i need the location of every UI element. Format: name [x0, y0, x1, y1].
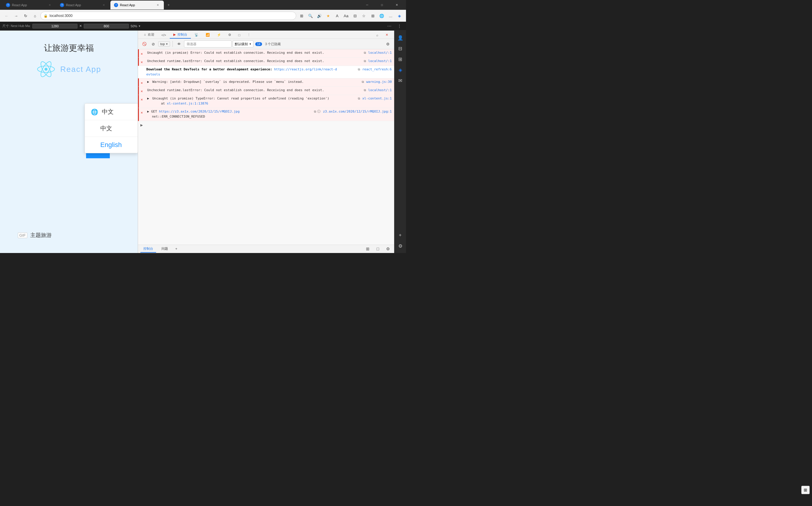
info-icon-7[interactable]: ⓘ [317, 109, 320, 114]
dt-tab-search[interactable]: ⌕ [373, 32, 382, 38]
lang-item-english[interactable]: English [85, 137, 138, 153]
maximize-button[interactable]: □ [375, 0, 389, 10]
sidebar-add-btn[interactable]: + [396, 231, 405, 240]
sidebar-profile-btn[interactable]: 👤 [396, 33, 405, 43]
dt-tab-console[interactable]: ▶ 控制台 [170, 31, 191, 38]
tab-3-close[interactable]: ✕ [156, 3, 160, 7]
dt-tab-application[interactable]: □ [235, 32, 244, 38]
close-button[interactable]: ✕ [390, 0, 404, 10]
percent-chevron[interactable]: ▼ [138, 25, 141, 28]
source-link-2[interactable]: localhost/:1 [368, 59, 392, 64]
copy-btn-5[interactable]: ⧉ [364, 88, 366, 92]
dt-tab-sources[interactable]: 📡 [191, 32, 202, 38]
address-bar[interactable]: 🔒 localhost:3000 [40, 12, 296, 20]
source-link-4[interactable]: warning.js:30 [366, 80, 392, 85]
split-button[interactable]: ⊟ [351, 12, 359, 20]
tab-1-close[interactable]: ✕ [47, 3, 52, 7]
sidebar-discover-btn[interactable]: ⊞ [396, 54, 405, 64]
add-favorites-button[interactable]: ☆ [360, 12, 368, 20]
add-tab-button[interactable]: + [173, 246, 179, 252]
expand-more-btn[interactable]: ▶ [140, 123, 143, 127]
font-size-button[interactable]: Aa [342, 12, 350, 20]
get-link-7[interactable]: https://z3.ax1x.com/2020/12/15/rMQOIJ.jp… [159, 109, 240, 113]
minimize-button[interactable]: ─ [360, 0, 374, 10]
edge-sidebar: 👤 ⊟ ⊞ ◈ ✉ + ⚙ [394, 30, 406, 253]
favorites-button[interactable]: ★ [324, 12, 332, 20]
msg-content-1: localhost/:1 ⧉ Uncaught (in promise) Err… [147, 51, 392, 56]
lang-item-zh[interactable]: 中文 [85, 120, 138, 137]
sidebar-tabs-btn[interactable]: ⊟ [396, 44, 405, 53]
tab-1[interactable]: ⚛ React App ✕ [2, 1, 56, 9]
source-link-6[interactable]: xl-content.js:1 [363, 96, 392, 101]
lock-icon: 🔒 [43, 14, 48, 18]
forward-button[interactable]: → [12, 12, 20, 20]
copilot-button[interactable]: ◈ [395, 12, 404, 20]
edge-button[interactable]: 🌐 [378, 12, 386, 20]
console-messages[interactable]: ✕ localhost/:1 ⧉ Uncaught (in promise) E… [138, 49, 394, 244]
more-btn[interactable]: ⋯ [385, 22, 394, 30]
settings-button[interactable]: … [386, 12, 395, 20]
copy-btn-7[interactable]: ⧉ [314, 109, 316, 114]
dt-tab-close-devtools[interactable]: ✕ [382, 32, 392, 38]
close-devtools-icon: ✕ [386, 33, 388, 36]
expand-6[interactable]: ▶ [147, 96, 149, 100]
dt-tab-settings2[interactable]: ⚙ [225, 32, 235, 38]
back-icon: ← [5, 14, 9, 18]
source-link-7[interactable]: z3.ax1x.com/2020/12/15/rMQOIJ.jpg:1 [323, 109, 392, 114]
dt-tab-more[interactable]: ⋮ [244, 32, 254, 38]
home-button[interactable]: ⌂ [31, 12, 39, 20]
dt-tab-elements[interactable]: </> [158, 32, 170, 38]
responsive-btn[interactable]: ⊞ [364, 245, 372, 253]
read-aloud-button[interactable]: 🔊 [315, 12, 323, 20]
zoomout-button[interactable]: 🔍 [306, 12, 315, 20]
read-aloud-icon: 🔊 [317, 14, 322, 18]
console-settings-button[interactable]: ⚙ [384, 40, 392, 48]
copy-btn-3[interactable]: ⧉ [358, 67, 360, 72]
dt-settings-btn[interactable]: ⚙ [384, 245, 392, 253]
lang-item-zh-globe[interactable]: 🌐 中文 [85, 104, 138, 120]
filter-input[interactable] [184, 40, 231, 48]
source-link-3[interactable]: react_refresh:6 [363, 67, 392, 72]
copy-btn-1[interactable]: ⧉ [364, 51, 366, 55]
error-icon-7: ✕ [141, 110, 143, 115]
extra-btn[interactable]: ⋮ [395, 22, 404, 30]
copy-btn-4[interactable]: ⧉ [362, 80, 364, 84]
sidebar-outlook-btn[interactable]: ✉ [396, 76, 405, 85]
source-link-1[interactable]: localhost/:1 [368, 51, 392, 56]
add-sidebar-icon: + [399, 233, 402, 238]
console-tab[interactable]: 控制台 [140, 245, 156, 253]
issues-tab[interactable]: 问题 [159, 245, 171, 253]
settings2-icon: ⚙ [228, 33, 231, 36]
clear-console-button[interactable]: 🚫 [140, 40, 148, 48]
back-button[interactable]: ← [2, 12, 11, 20]
copy-btn-6[interactable]: ⧉ [358, 96, 360, 101]
eye-button[interactable]: 👁 [175, 40, 183, 48]
log-level-dropdown[interactable]: 默认级别 ▼ [233, 40, 253, 48]
sidebar-copilot-btn[interactable]: ◈ [396, 65, 405, 75]
welcome-label: 欢迎 [148, 33, 154, 36]
copy-btn-2[interactable]: ⧉ [364, 59, 366, 63]
height-input[interactable] [84, 24, 129, 28]
source-link-5[interactable]: localhost/:1 [368, 88, 392, 93]
translate-button[interactable]: A [333, 12, 341, 20]
dock-btn[interactable]: □ [374, 245, 382, 253]
expand-4[interactable]: ▶ [147, 80, 149, 84]
dt-tab-performance[interactable]: ⚡ [213, 32, 225, 38]
tab-3[interactable]: ⚛ React App ✕ [110, 1, 164, 9]
block-button[interactable]: ⊘ [149, 40, 157, 48]
new-tab-button[interactable]: + [165, 1, 173, 9]
dt-tab-welcome[interactable]: ⌂ 欢迎 [140, 31, 158, 38]
dt-tab-network[interactable]: 📶 [202, 32, 213, 38]
subline-link-6[interactable]: xl-content.js:1:13876 [167, 101, 208, 105]
tab-2[interactable]: ⚛ React App ✕ [57, 1, 110, 9]
more-dt-icon: ⋮ [247, 33, 250, 36]
dt-settings-icon: ⚙ [386, 246, 390, 251]
tab-2-close[interactable]: ✕ [102, 3, 106, 7]
collections-button[interactable]: ⊞ [369, 12, 377, 20]
width-input[interactable] [32, 24, 78, 28]
refresh-button[interactable]: ↻ [21, 12, 30, 20]
search-dt-icon: ⌕ [376, 33, 378, 37]
sidebar-customize-btn[interactable]: ⚙ [396, 241, 405, 251]
apps-button[interactable]: ⊞ [297, 12, 306, 20]
context-dropdown[interactable]: top ▼ [158, 41, 170, 47]
